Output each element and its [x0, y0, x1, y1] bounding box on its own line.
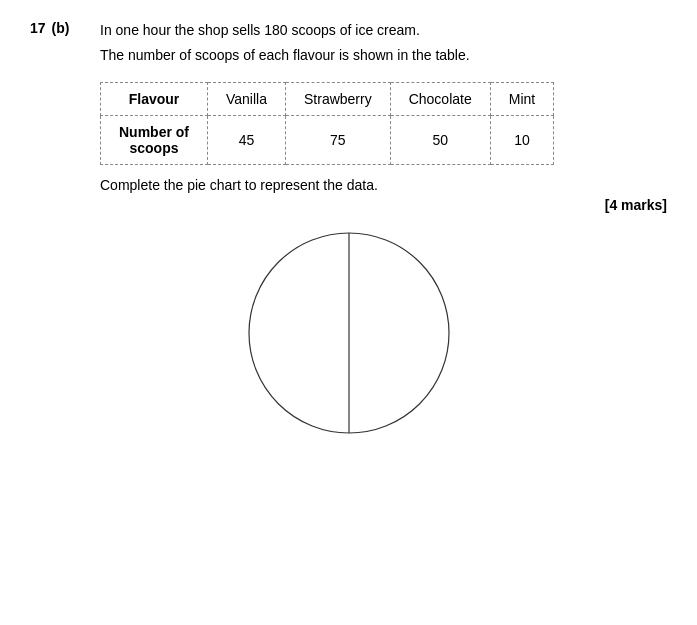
question-header: 17 (b) In one hour the shop sells 180 sc… [30, 20, 667, 70]
table-cell-strawberry: 75 [286, 116, 391, 165]
table-data-row: Number ofscoops 45 75 50 10 [101, 116, 554, 165]
data-table: Flavour Vanilla Strawberry Chocolate Min… [100, 82, 554, 165]
intro-line1: In one hour the shop sells 180 scoops of… [100, 20, 470, 41]
pie-container [30, 223, 667, 443]
table-wrapper: Flavour Vanilla Strawberry Chocolate Min… [100, 82, 667, 165]
marks-row: [4 marks] [30, 197, 667, 213]
instruction-row: Complete the pie chart to represent the … [100, 177, 667, 193]
marks-text: [4 marks] [605, 197, 667, 213]
table-header-vanilla: Vanilla [208, 83, 286, 116]
instruction-text: Complete the pie chart to represent the … [100, 177, 378, 193]
question-text: In one hour the shop sells 180 scoops of… [100, 20, 470, 70]
table-header-flavour: Flavour [101, 83, 208, 116]
table-header-mint: Mint [490, 83, 553, 116]
table-cell-vanilla: 45 [208, 116, 286, 165]
table-row-label: Number ofscoops [101, 116, 208, 165]
table-header-chocolate: Chocolate [390, 83, 490, 116]
question-number: 17 (b) [30, 20, 90, 36]
pie-chart [239, 223, 459, 443]
table-cell-mint: 10 [490, 116, 553, 165]
question-part: (b) [52, 20, 70, 36]
question-num: 17 [30, 20, 46, 36]
table-header-row: Flavour Vanilla Strawberry Chocolate Min… [101, 83, 554, 116]
table-cell-chocolate: 50 [390, 116, 490, 165]
intro-line2: The number of scoops of each flavour is … [100, 45, 470, 66]
table-header-strawberry: Strawberry [286, 83, 391, 116]
